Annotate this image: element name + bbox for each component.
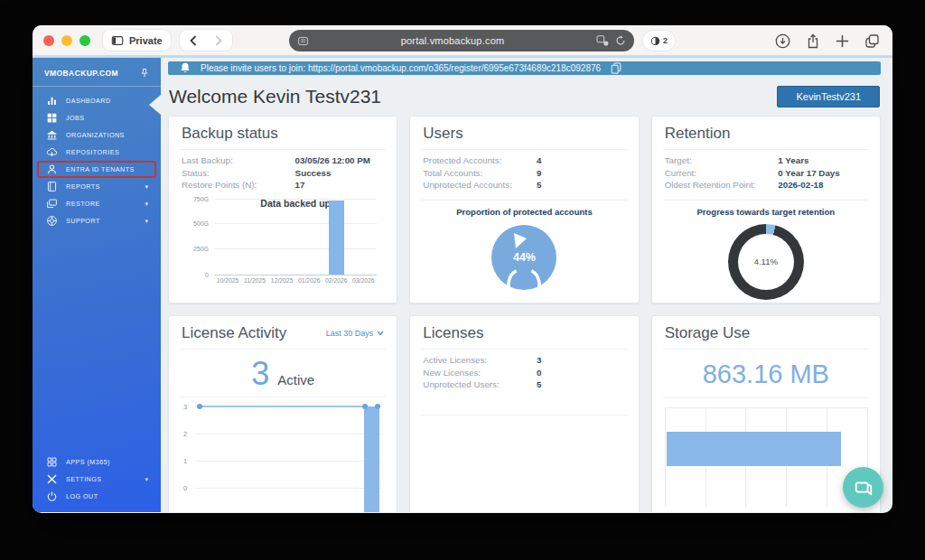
invite-banner: Please invite users to join: https://por… [168,61,881,75]
downloads-icon[interactable] [775,33,790,49]
chevron-down-icon [377,331,384,336]
bar-chart-icon [45,95,58,107]
y-tick: 3 [183,403,187,411]
private-label: Private [129,35,163,46]
stat-row: Oldest Retention Point: 2026-02-18 [665,180,867,191]
toolbar-actions [775,25,880,56]
browser-toolbar: Private portal.vmobackup.com [33,25,892,56]
active-count: 3 [251,358,269,390]
retention-card: Retention Target: 1 Years Current: 0 Yea… [651,116,881,303]
y-tick: 750G [193,195,209,201]
account-button[interactable]: KevinTestv231 [777,86,880,107]
data-point [375,404,380,409]
sidebar-item-entra-id-tenants[interactable]: ENTRA ID TENANTS [37,161,156,178]
x-ticks: 10/2025 11/2025 12/2025 01/2026 02/2026 … [214,277,377,284]
data-backed-up-chart: Data backed up 750G 500G 250G 0 [182,199,384,284]
badge-count: 2 [663,36,668,45]
url-text: portal.vmobackup.com [309,35,596,46]
tab-overview-icon[interactable] [864,33,880,49]
report-icon [45,181,58,193]
users-card: Users Protected Accounts: 4 Total Accoun… [409,116,639,303]
stat-row: Protected Accounts: 4 [423,155,625,167]
nav-buttons [180,30,232,51]
grid-icon [45,112,58,125]
sidebar-item-dashboard[interactable]: DASHBOARD [33,92,161,109]
active-page-notch [149,95,161,115]
stat-row: Unprotected Accounts: 5 [423,180,625,191]
date-range-filter[interactable]: Last 30 Days [326,329,385,338]
stat-row: Status: Success [182,168,384,180]
sidebar-item-support[interactable]: SUPPORT ▾ [33,212,161,229]
back-icon[interactable] [188,35,199,46]
chat-bubble-icon [854,478,874,498]
license-activity-chart: 3 2 1 0 [183,406,382,512]
chevron-down-icon: ▾ [145,476,152,483]
support-icon [45,215,58,228]
page-header: Welcome Kevin Testv231 KevinTestv231 [169,86,880,107]
apps-icon [45,456,58,469]
address-bar[interactable]: portal.vmobackup.com [289,30,634,51]
page-icon [297,35,309,47]
backup-status-card: Backup status Last Backup: 03/05/26 12:0… [168,116,397,303]
stat-row: Restore Points (N): 17 [182,180,384,191]
end-bar [364,406,379,512]
share-icon[interactable] [806,33,820,49]
retention-percent: 4.11% [728,224,804,300]
sidebar-item-logout[interactable]: LOG OUT [33,488,161,505]
y-tick: 2 [183,430,187,438]
bell-icon [179,61,192,75]
cloud-download-icon [45,146,58,159]
sidebar-item-reports[interactable]: REPORTS ▾ [33,178,161,195]
restore-icon [45,198,58,210]
card-title: Retention [665,125,867,143]
zoom-window-button[interactable] [79,35,90,46]
sidebar-toggle-icon [111,34,124,47]
person-icon [45,163,58,176]
reload-icon[interactable] [615,35,626,46]
minimize-window-button[interactable] [61,35,72,46]
page-content: VMOBACKUP.COM DASHBOARD JOBS [33,58,892,512]
reader-badge[interactable]: 2 [643,31,675,51]
chat-widget-button[interactable] [843,467,883,508]
card-title: Backup status [182,125,384,143]
sidebar-item-organizations[interactable]: ORGANIZATIONS [33,126,161,144]
stat-row: Total Accounts: 9 [423,168,625,180]
desktop: Private portal.vmobackup.com [0,0,925,560]
sidebar-item-restore[interactable]: RESTORE ▾ [33,195,161,212]
close-window-button[interactable] [43,35,54,46]
chevron-down-icon: ▾ [145,218,152,225]
pin-icon[interactable] [139,68,150,79]
stat-row: Active Licenses: 3 [423,355,625,367]
contrast-icon [650,36,660,46]
bank-icon [45,129,58,142]
series-line [199,406,362,407]
copy-icon[interactable] [610,61,622,75]
storage-bar [667,432,841,466]
invite-message: Please invite users to join: https://por… [201,63,601,73]
window-controls [43,35,90,46]
card-title: Storage Use [665,324,867,342]
sidebar-item-jobs[interactable]: JOBS [33,109,161,126]
forward-icon[interactable] [213,35,224,46]
translate-icon[interactable] [596,35,609,46]
page-title: Welcome Kevin Testv231 [169,86,381,107]
storage-chart [665,407,867,507]
sidebar-item-settings[interactable]: SETTINGS ▾ [33,471,161,488]
sidebar-item-repositories[interactable]: REPOSITORIES [33,144,161,161]
sidebar-footer: APPS (M365) SETTINGS ▾ LOG OUT [33,453,161,505]
stat-row: Unprotected Users: 5 [423,379,625,391]
stat-row: Current: 0 Year 17 Days [665,168,867,180]
y-tick: 0 [205,271,209,277]
y-tick: 0 [183,484,187,492]
data-point [197,404,202,409]
power-icon [45,490,58,503]
new-tab-icon[interactable] [836,34,849,48]
chevron-down-icon: ▾ [145,201,152,208]
sidebar: VMOBACKUP.COM DASHBOARD JOBS [33,58,161,512]
private-browsing-badge[interactable]: Private [103,30,171,51]
stat-row: Last Backup: 03/05/26 12:00 PM [182,155,384,167]
active-label: Active [277,372,314,387]
sidebar-item-apps-m365[interactable]: APPS (M365) [33,453,161,471]
storage-value: 863.16 MB [665,359,867,389]
license-activity-card: License Activity Last 30 Days 3 Ac [168,315,397,512]
